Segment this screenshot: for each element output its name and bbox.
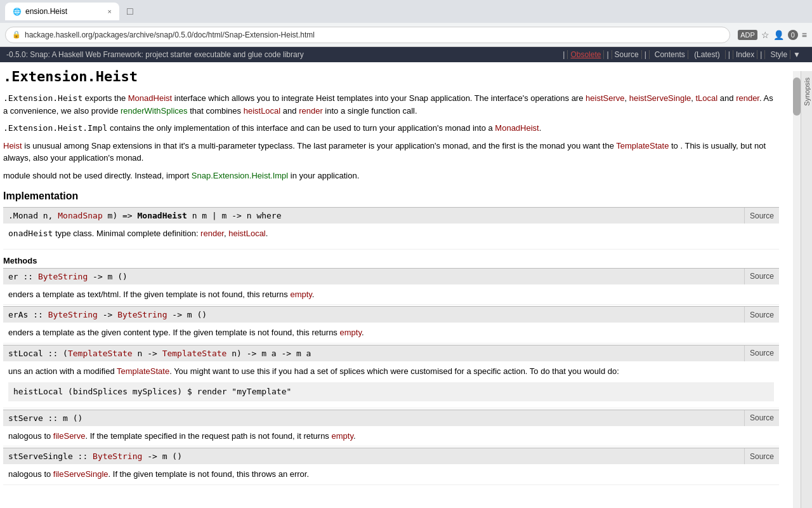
scrollbar[interactable] [793,71,801,493]
monad-heist-signature: .Monad n, MonadSnap m) => MonadHeist n m… [3,208,744,224]
navbar-sep-4: | [726,50,733,59]
monad-heist-source-link[interactable]: Source [744,208,779,224]
render-link-2[interactable]: render [299,106,323,116]
navbar-style-link[interactable]: Style▼ [765,50,806,59]
monad-heist-body: onadHeist type class. Minimal complete d… [3,224,779,250]
doc-navbar-links: | Obsolete | Source | Contents (Latest) … [560,50,806,59]
render-with-splices-link[interactable]: renderWithSplices [121,106,188,116]
module-title: .Extension.Heist [3,69,779,84]
navbar-sep-3: | [642,50,650,59]
extensions-badge: 0 [788,30,798,40]
bytestring-link-4[interactable]: ByteString [93,451,142,461]
render-block: er :: ByteString -> m () Source enders a… [3,268,779,305]
monad-heist-description: onadHeist type class. Minimal complete d… [8,227,774,240]
bytestring-link-2[interactable]: ByteString [48,310,98,319]
heistservesingle-signature: stServeSingle :: ByteString -> m () [3,448,744,464]
heistlocal-code-example: heistLocal (bindSplices mySplices) $ ren… [8,382,774,401]
render-min-link[interactable]: render [200,229,224,238]
synopsis-panel[interactable]: Synopsis [801,71,812,493]
heistlocal-description: uns an action with a modified TemplateSt… [3,361,779,408]
heistservesingle-header: stServeSingle :: ByteString -> m () Sour… [3,448,779,464]
monad-heist-link-1[interactable]: MonadHeist [128,93,172,103]
heistlocal-signature: stLocal :: (TemplateState n -> TemplateS… [3,345,744,361]
snap-ext-heist-impl-link[interactable]: Snap.Extension.Heist.Impl [192,171,288,180]
implementation-title: Implementation [3,190,779,202]
tab-favicon: 🌐 [13,8,22,16]
navbar-sep-1: | [560,50,568,59]
renderas-source-link[interactable]: Source [744,307,779,323]
navbar-source-link[interactable]: Source [612,50,642,59]
navbar-latest-badge: (Latest) [691,50,723,59]
methods-label: Methods [3,256,779,265]
main-content: .Extension.Heist .Extension.Heist export… [0,62,792,493]
heist-ext-link[interactable]: Heist [3,141,22,150]
heistserve-signature: stServe :: m () [3,410,744,426]
tab-close-button[interactable]: × [108,8,112,15]
heistlocal-header: stLocal :: (TemplateState n -> TemplateS… [3,345,779,361]
synopsis-label: Synopsis [803,77,811,106]
heistservesingle-description: nalogous to fileServeSingle. If the give… [3,464,779,485]
address-text: hackage.haskell.org/packages/archive/sna… [25,30,315,39]
browser-toolbar: 🔒 hackage.haskell.org/packages/archive/s… [0,23,812,47]
empty-link-2[interactable]: empty [339,328,361,337]
user-icon: 👤 [773,30,784,40]
template-state-link-1[interactable]: TemplateState [616,141,669,150]
templatestate-link-2[interactable]: TemplateState [68,349,133,358]
empty-link-1[interactable]: empty [290,290,311,299]
adp-badge[interactable]: ADP [738,30,757,40]
renderas-block: erAs :: ByteString -> ByteString -> m ()… [3,306,779,344]
browser-titlebar: 🌐 ension.Heist × □ [0,0,812,23]
heistlocal-block: stLocal :: (TemplateState n -> TemplateS… [3,345,779,408]
monad-snap-link[interactable]: MonadSnap [58,211,102,220]
star-icon[interactable]: ☆ [761,30,769,40]
renderas-header: erAs :: ByteString -> ByteString -> m ()… [3,307,779,323]
navbar-contents-link[interactable]: Contents (Latest) [650,50,726,59]
navbar-sep-5: | [757,50,765,59]
intro-para-3: Heist is unusual among Snap extensions i… [3,140,779,164]
lock-icon: 🔒 [12,30,21,39]
templatestate-link-4[interactable]: TemplateState [117,366,169,376]
render-description: enders a template as text/html. If the g… [3,284,779,305]
monad-heist-block: .Monad n, MonadSnap m) => MonadHeist n m… [3,207,779,250]
templatestate-link-3[interactable]: TemplateState [162,349,227,358]
toolbar-icons: ADP ☆ 👤 0 ≡ [738,30,807,40]
intro-para-2: .Extension.Heist.Impl contains the only … [3,122,779,135]
intro-para-4: module should not be used directly. Inst… [3,170,779,182]
heistserve-header: stServe :: m () Source [3,410,779,426]
heistservesingle-block: stServeSingle :: ByteString -> m () Sour… [3,448,779,485]
heist-local-min-link[interactable]: heistLocal [228,229,266,238]
heistservesingle-source-link[interactable]: Source [744,448,779,464]
address-bar[interactable]: 🔒 hackage.haskell.org/packages/archive/s… [5,27,730,43]
heistserve-source-link[interactable]: Source [744,410,779,426]
heist-local-link[interactable]: tLocal [696,93,718,103]
navbar-obsolete-link[interactable]: Obsolete [568,50,604,59]
heist-serve-single-link[interactable]: heistServeSingle [629,93,691,103]
browser-tab[interactable]: 🌐 ension.Heist × [5,3,119,20]
navbar-index-link[interactable]: Index [733,50,757,59]
intro-para-1: .Extension.Heist exports the MonadHeist … [3,92,779,117]
heistlocal-source-link[interactable]: Source [744,345,779,361]
renderas-signature: erAs :: ByteString -> ByteString -> m () [3,307,744,323]
heist-local-link-2[interactable]: heistLocal [244,106,281,116]
render-link-1[interactable]: render [736,93,759,103]
monad-heist-link-2[interactable]: MonadHeist [495,123,539,133]
fileservesingle-link[interactable]: fileServeSingle [53,469,108,479]
menu-icon[interactable]: ≡ [802,30,807,40]
render-header: er :: ByteString -> m () Source [3,269,779,284]
render-source-link[interactable]: Source [744,269,779,284]
doc-navbar: -0.5.0: Snap: A Haskell Web Framework: p… [0,47,812,62]
bytestring-link-1[interactable]: ByteString [38,272,88,281]
empty-link-3[interactable]: empty [331,431,353,441]
scrollbar-thumb[interactable] [793,77,801,116]
fileserve-link[interactable]: fileServe [53,431,86,441]
new-tab-button[interactable]: □ [122,3,138,20]
renderas-description: enders a template as the given content t… [3,323,779,344]
heist-serve-link[interactable]: heistServe [586,93,624,103]
tab-title: ension.Heist [25,7,67,16]
heistserve-block: stServe :: m () Source nalogous to fileS… [3,410,779,447]
navbar-sep-2: | [604,50,612,59]
render-signature: er :: ByteString -> m () [3,269,744,284]
doc-navbar-title: -0.5.0: Snap: A Haskell Web Framework: p… [6,50,304,59]
bytestring-link-3[interactable]: ByteString [117,310,167,319]
heistserve-description: nalogous to fileServe. If the template s… [3,426,779,447]
